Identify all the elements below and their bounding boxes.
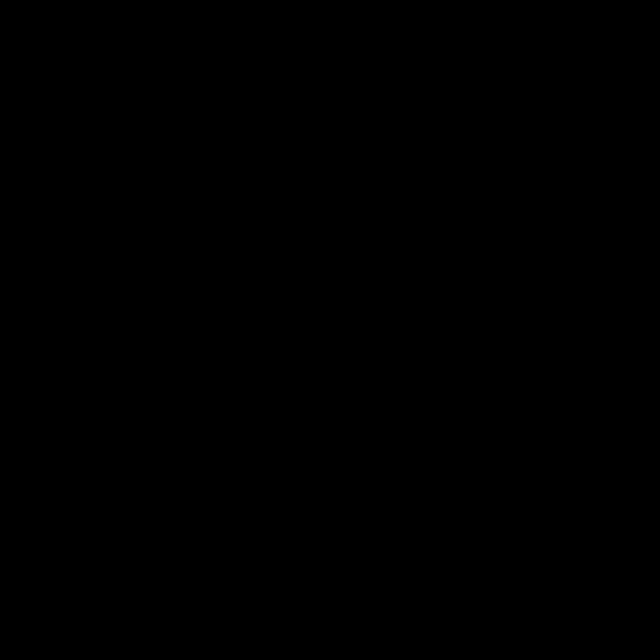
chart-root bbox=[0, 0, 644, 644]
bottleneck-chart bbox=[0, 0, 644, 644]
